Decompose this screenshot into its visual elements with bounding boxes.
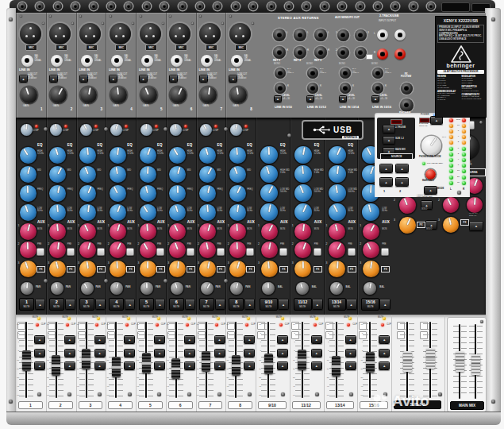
- gain-knob[interactable]: [170, 87, 187, 103]
- channel-mute-button[interactable]: 9/10MUTE: [260, 298, 278, 311]
- aux3-fx-knob[interactable]: [169, 261, 186, 277]
- aux-return-fx-knob[interactable]: [443, 217, 459, 233]
- aux-send-master-knob[interactable]: [399, 217, 416, 234]
- eq-knob[interactable]: [260, 165, 278, 183]
- channel-assign-button[interactable]: ▲: [379, 299, 391, 310]
- channel-mute-button[interactable]: 6MUTE: [169, 298, 184, 311]
- eq-knob[interactable]: [199, 147, 216, 164]
- pan-knob[interactable]: [230, 282, 243, 295]
- fader-cap[interactable]: [142, 353, 151, 373]
- eq-knob[interactable]: [329, 203, 346, 221]
- aux3-fx-knob[interactable]: [294, 261, 311, 277]
- fader-cap[interactable]: [171, 358, 180, 379]
- channel-mute-button[interactable]: 8MUTE: [229, 298, 244, 311]
- eq-knob[interactable]: [20, 185, 37, 202]
- eq-knob[interactable]: [294, 146, 312, 164]
- fader-cap[interactable]: [22, 350, 31, 371]
- sub-fader-cap[interactable]: [403, 351, 412, 372]
- aux2-knob[interactable]: [199, 242, 216, 258]
- aux2-knob[interactable]: [20, 242, 37, 258]
- main-fader-cap[interactable]: [456, 351, 464, 372]
- eq-knob[interactable]: [140, 185, 156, 202]
- channel-mute-button[interactable]: 4MUTE: [109, 298, 124, 311]
- bal-knob[interactable]: [330, 282, 343, 295]
- aux-return-knob-r[interactable]: [467, 197, 483, 213]
- eq-knob[interactable]: [329, 165, 346, 183]
- eq-knob[interactable]: [329, 146, 346, 164]
- eq-knob[interactable]: [229, 147, 246, 164]
- aux3-fx-knob[interactable]: [199, 261, 216, 277]
- gain-knob[interactable]: [21, 87, 37, 103]
- pre-button[interactable]: [217, 248, 225, 256]
- aux3-fx-knob[interactable]: [229, 261, 246, 277]
- level-switch[interactable]: ▲: [306, 95, 314, 102]
- eq-knob[interactable]: [260, 203, 278, 221]
- eq-knob[interactable]: [49, 166, 66, 183]
- channel-assign-button[interactable]: ▲: [278, 299, 289, 310]
- eq-knob[interactable]: [169, 185, 186, 202]
- eq-knob[interactable]: [260, 146, 278, 164]
- aux2-knob[interactable]: [229, 242, 246, 258]
- pre-button[interactable]: [187, 248, 194, 256]
- source-button[interactable]: ▲: [383, 136, 395, 145]
- channel-mute-button[interactable]: 3MUTE: [79, 298, 94, 311]
- sub-fader-cap[interactable]: [426, 348, 435, 369]
- eq-knob[interactable]: [79, 204, 96, 221]
- channel-mute-button[interactable]: 15/16MUTE: [361, 298, 379, 311]
- pre-button[interactable]: [246, 248, 254, 256]
- aux2-knob[interactable]: [49, 242, 66, 258]
- fader-cap[interactable]: [332, 356, 340, 377]
- aux1-knob[interactable]: [261, 223, 278, 240]
- comp-knob[interactable]: [200, 124, 212, 136]
- fader-cap[interactable]: [366, 352, 375, 373]
- eq-knob[interactable]: [199, 204, 216, 221]
- eq-knob[interactable]: [169, 204, 186, 221]
- fader-cap[interactable]: [232, 355, 240, 376]
- aux3-fx-knob[interactable]: [110, 261, 126, 277]
- channel-assign-button[interactable]: ▲: [185, 299, 195, 310]
- channel-assign-button[interactable]: ▲: [215, 299, 225, 310]
- channel-mute-button[interactable]: 1MUTE: [19, 298, 34, 311]
- aux2-knob[interactable]: [79, 242, 96, 258]
- phones-ctrl-room-knob[interactable]: [421, 136, 441, 156]
- channel-assign-button[interactable]: ▲: [125, 299, 135, 310]
- channel-assign-button[interactable]: ▲: [65, 299, 75, 310]
- aux1-knob[interactable]: [294, 223, 311, 240]
- low-cut-button[interactable]: ▲: [109, 75, 117, 83]
- aux1-knob[interactable]: [199, 223, 216, 240]
- eq-knob[interactable]: [79, 185, 96, 202]
- aux3-fx-knob[interactable]: [261, 261, 278, 277]
- eq-knob[interactable]: [49, 185, 66, 202]
- channel-assign-button[interactable]: ▲: [155, 299, 165, 310]
- aux1-knob[interactable]: [20, 223, 37, 240]
- fader-cap[interactable]: [112, 357, 121, 377]
- gain-knob[interactable]: [110, 87, 127, 103]
- pre-button[interactable]: [381, 248, 389, 256]
- aux2-knob[interactable]: [169, 242, 186, 258]
- eq-knob[interactable]: [199, 185, 216, 202]
- channel-mute-button[interactable]: 5MUTE: [139, 298, 154, 311]
- low-cut-button[interactable]: ▲: [79, 75, 88, 83]
- eq-knob[interactable]: [229, 204, 246, 221]
- eq-knob[interactable]: [20, 166, 37, 183]
- eq-knob[interactable]: [294, 184, 312, 202]
- eq-knob[interactable]: [79, 166, 96, 183]
- eq-knob[interactable]: [140, 166, 156, 183]
- comp-knob[interactable]: [50, 124, 62, 136]
- comp-knob[interactable]: [21, 124, 33, 136]
- comp-knob[interactable]: [230, 124, 242, 136]
- low-cut-button[interactable]: ▲: [19, 75, 28, 83]
- pan-knob[interactable]: [110, 282, 123, 295]
- channel-mute-button[interactable]: 13/14MUTE: [328, 298, 346, 311]
- aux3-fx-knob[interactable]: [20, 261, 37, 277]
- pan-knob[interactable]: [21, 282, 33, 295]
- aux2-knob[interactable]: [329, 242, 345, 258]
- comp-knob[interactable]: [170, 124, 182, 136]
- channel-mute-button[interactable]: 11/12MUTE: [294, 298, 312, 311]
- eq-knob[interactable]: [329, 184, 346, 202]
- channel-mute-button[interactable]: 7MUTE: [199, 298, 214, 311]
- pan-knob[interactable]: [201, 282, 214, 295]
- eq-knob[interactable]: [110, 204, 126, 221]
- fader-cap[interactable]: [298, 350, 306, 370]
- eq-knob[interactable]: [110, 147, 126, 164]
